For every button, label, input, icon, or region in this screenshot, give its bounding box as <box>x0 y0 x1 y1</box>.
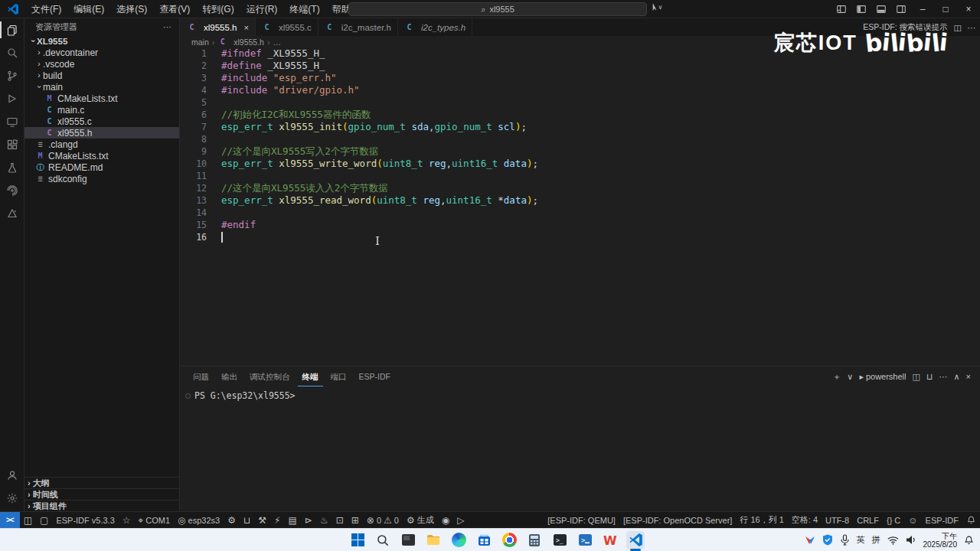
menu-选择[interactable]: 选择(S) <box>110 0 153 18</box>
tab-i2c_types.h[interactable]: Ci2c_types.h <box>398 18 472 36</box>
tree-item-main.c[interactable]: Cmain.c <box>24 104 179 116</box>
tree-item-xl9555.c[interactable]: Cxl9555.c <box>24 116 179 127</box>
menu-编辑[interactable]: 编辑(E) <box>67 0 110 18</box>
menu-运行[interactable]: 运行(R) <box>240 0 284 18</box>
taskbar-clock[interactable]: 下午 2025/8/20 <box>923 532 958 549</box>
store-icon[interactable] <box>475 531 493 549</box>
code-line-3[interactable]: 3#include "esp_err.h" <box>181 72 972 84</box>
tree-item-.devcontainer[interactable]: ›.devcontainer <box>24 47 179 58</box>
code-line-6[interactable]: 6//初始化I2C和XL9555器件的函数 <box>181 109 972 121</box>
toggle-secondary-sidebar-icon[interactable] <box>891 0 911 18</box>
espidf-qemu[interactable]: [ESP-IDF: QEMU] <box>544 512 619 529</box>
encoding[interactable]: UTF-8 <box>822 512 853 529</box>
code-line-7[interactable]: 7esp_err_t xl9555_init(gpio_num_t sda,gp… <box>181 121 972 133</box>
kill-terminal-icon[interactable]: ⊔ <box>926 372 933 382</box>
explorer-icon[interactable] <box>0 18 24 41</box>
menu-终端[interactable]: 终端(T) <box>283 0 325 18</box>
edge-icon[interactable] <box>449 531 468 549</box>
split-editor-icon[interactable]: ◫ <box>954 23 962 32</box>
indentation[interactable]: 空格: 4 <box>788 512 822 529</box>
terminal-icon[interactable]: ⊡ <box>332 512 348 529</box>
tree-item-.clangd[interactable]: ≡.clangd <box>24 139 179 150</box>
menuconfig-icon[interactable]: ⚙ <box>224 512 240 529</box>
run-debug-icon[interactable] <box>0 87 24 110</box>
close-button[interactable]: × <box>957 0 980 18</box>
device-monitor-icon[interactable]: ▢ <box>36 512 52 529</box>
tab-i2c_master.h[interactable]: Ci2c_master.h <box>318 18 398 36</box>
search-button[interactable] <box>374 531 392 549</box>
tree-item-build[interactable]: ›build <box>24 70 179 81</box>
copilot-icon[interactable]: 🮰∨ <box>652 2 662 11</box>
panel-tab-ESP-IDF[interactable]: ESP-IDF <box>354 367 395 386</box>
calculator-icon[interactable] <box>525 531 544 549</box>
code-editor[interactable]: 1#ifndef _XL9555_H_2#define _XL9555_H_3#… <box>181 47 972 366</box>
start-button[interactable] <box>348 531 367 549</box>
cursor-position[interactable]: 行 16，列 1 <box>736 512 787 529</box>
explorer-more-icon[interactable]: ⋯ <box>163 22 172 32</box>
tree-item-.vscode[interactable]: ›.vscode <box>24 58 179 70</box>
section-大纲[interactable]: ›大纲 <box>24 477 179 488</box>
panel-tab-端口[interactable]: 端口 <box>326 367 351 386</box>
cmd-icon[interactable]: >_ <box>550 531 569 549</box>
terminal-dropdown-icon[interactable]: ∨ <box>847 372 853 382</box>
breadcrumb-item[interactable]: … <box>273 37 281 47</box>
testing-icon[interactable] <box>0 156 24 179</box>
powershell-icon[interactable]: > <box>576 531 594 549</box>
code-line-9[interactable]: 9//这个是向XL9555写入2个字节数据 <box>181 145 972 158</box>
ime-pinyin[interactable]: 拼 <box>872 534 880 546</box>
restore-button[interactable]: □ <box>934 0 957 18</box>
code-line-5[interactable]: 5 <box>181 96 972 109</box>
save-all-icon[interactable]: ◫ <box>20 512 36 529</box>
monitor-icon[interactable]: ▤ <box>285 512 301 529</box>
menu-查看[interactable]: 查看(V) <box>153 0 196 18</box>
toggle-panel-icon[interactable] <box>871 0 891 18</box>
debug-icon[interactable]: ⊳ <box>301 512 316 529</box>
notification-center-icon[interactable] <box>964 535 974 546</box>
wps-icon[interactable]: W <box>601 531 619 549</box>
serial-port[interactable]: ⌖COM1 <box>135 512 175 529</box>
editor-more-icon[interactable]: ⋯ <box>968 23 976 32</box>
qemu-icon[interactable]: ◉ <box>438 512 453 529</box>
tree-item-CMakeLists.txt[interactable]: MCMakeLists.txt <box>24 150 179 161</box>
code-line-12[interactable]: 12//这个是向XL9555读入入2个字节数据 <box>181 182 972 194</box>
problems-counts[interactable]: ⊗0⚠0 <box>363 512 403 529</box>
tab-xl9555.h[interactable]: Cxl9555.h× <box>181 18 256 36</box>
code-line-15[interactable]: 15#endif <box>181 219 972 231</box>
full-clean-icon[interactable]: ⊔ <box>240 512 254 529</box>
tree-item-README.md[interactable]: ⓘREADME.md <box>24 161 179 173</box>
more-actions-icon[interactable]: ⋯ <box>939 372 948 382</box>
terminal[interactable]: PS G:\esp32\xl9555> <box>185 386 980 511</box>
feedback-smiley-icon[interactable]: ☺ <box>904 512 921 529</box>
tray-app-icon[interactable] <box>805 535 815 546</box>
panel-tab-调试控制台[interactable]: 调试控制台 <box>245 367 295 386</box>
build-task[interactable]: ⚙生成 <box>403 512 438 529</box>
extensions-icon[interactable] <box>0 133 24 156</box>
panel-tab-输出[interactable]: 输出 <box>217 367 242 386</box>
section-时间线[interactable]: ›时间线 <box>24 488 179 500</box>
flash-monitor-icon[interactable]: ♨ <box>316 512 332 529</box>
code-line-8[interactable]: 8 <box>181 133 972 145</box>
tree-item-CMakeLists.txt[interactable]: MCMakeLists.txt <box>24 93 179 104</box>
microphone-icon[interactable] <box>840 534 850 546</box>
notifications-bell-icon[interactable] <box>962 512 980 529</box>
search-icon[interactable] <box>0 41 24 64</box>
add-config-icon[interactable]: ⊞ <box>348 512 363 529</box>
espidf-version[interactable]: ESP-IDF v5.3.3 <box>52 512 118 529</box>
tab-xl9555.c[interactable]: Cxl9555.c <box>256 18 318 36</box>
code-line-2[interactable]: 2#define _XL9555_H_ <box>181 60 972 72</box>
star-icon[interactable]: ☆ <box>119 512 135 529</box>
customize-layout-icon[interactable] <box>831 0 851 18</box>
vscode-icon[interactable] <box>626 531 645 549</box>
ime-english[interactable]: 英 <box>857 534 865 546</box>
volume-icon[interactable] <box>906 535 916 545</box>
toggle-sidebar-icon[interactable] <box>851 0 871 18</box>
panel-tab-终端[interactable]: 终端 <box>298 367 323 386</box>
breadcrumb-item[interactable]: xl9555.h <box>234 37 264 47</box>
minimize-button[interactable]: – <box>911 0 934 18</box>
panel-tab-问题[interactable]: 问题 <box>188 367 214 386</box>
menu-文件[interactable]: 文件(F) <box>25 0 67 18</box>
section-项目组件[interactable]: ›项目组件 <box>24 500 179 511</box>
settings-gear-icon[interactable] <box>0 487 24 510</box>
build-icon[interactable]: ⚒ <box>254 512 270 529</box>
close-panel-icon[interactable]: × <box>966 372 971 381</box>
